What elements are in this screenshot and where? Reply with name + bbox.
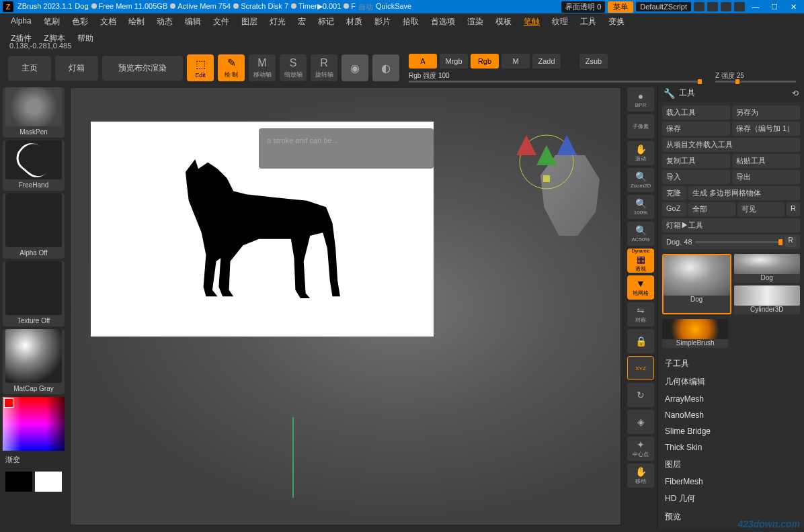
move-cam-button[interactable]: ✋移动 (627, 463, 654, 488)
section-geometry[interactable]: 几何体编辑 (658, 373, 804, 391)
rotate-cam-button[interactable]: ↻ (627, 383, 654, 407)
perspective-button[interactable]: Dynamic▦透视 (627, 249, 654, 273)
tool-thumb-dog-2[interactable]: Dog (734, 254, 801, 283)
section-hdgeo[interactable]: HD 几何 (658, 490, 804, 508)
layout-icon-3[interactable] (721, 2, 731, 11)
menu-stroke[interactable]: 笔触 (522, 15, 541, 29)
menu-macro[interactable]: 宏 (296, 15, 307, 29)
section-preview[interactable]: 预览 (658, 508, 804, 526)
section-thickskin[interactable]: Thick Skin (658, 439, 804, 455)
goz-button[interactable]: GoZ (662, 202, 686, 216)
minimize-button[interactable]: — (748, 3, 764, 11)
maximize-button[interactable]: ☐ (766, 3, 782, 11)
layout-icon-4[interactable] (734, 2, 745, 11)
menu-alpha[interactable]: Alpha (9, 15, 33, 29)
symmetry-button[interactable]: ⇋对称 (627, 302, 654, 326)
section-fibermesh[interactable]: FiberMesh (658, 474, 804, 490)
color-picker[interactable] (3, 397, 65, 451)
tool-r-button[interactable]: R (785, 236, 796, 247)
brush-thumb[interactable]: MaskPen (3, 87, 65, 138)
menu-transform[interactable]: 变换 (607, 15, 626, 29)
menu-dynamic[interactable]: 动态 (155, 15, 174, 29)
paste-tool-button[interactable]: 粘贴工具 (732, 154, 800, 168)
menu-color[interactable]: 色彩 (71, 15, 89, 29)
m-button[interactable]: M (501, 54, 530, 69)
menu-button[interactable]: 菜单 (608, 1, 633, 13)
zadd-button[interactable]: Zadd (532, 54, 561, 69)
lightbox-tools-button[interactable]: 灯箱▶工具 (662, 218, 800, 232)
rgb-button[interactable]: Rgb (471, 54, 499, 69)
preview-render-button[interactable]: 预览布尔渲染 (102, 56, 183, 81)
floor-button[interactable]: ▼地网格 (627, 275, 654, 300)
lock-button[interactable]: 🔒 (627, 329, 654, 353)
zoom2d-button[interactable]: 🔍Zoom2D (627, 168, 654, 192)
gradient-label[interactable]: 渐变 (3, 453, 65, 466)
bpr-button[interactable]: ●BPR (627, 87, 654, 112)
save-as-button[interactable]: 另存为 (732, 105, 800, 120)
mrgb-button[interactable]: Mrgb (440, 54, 468, 69)
menu-movie[interactable]: 影片 (373, 15, 392, 29)
goz-visible-button[interactable]: 可见 (737, 202, 785, 216)
menu-light[interactable]: 灯光 (268, 15, 287, 29)
menu-brush[interactable]: 笔刷 (42, 15, 61, 29)
section-slimebridge[interactable]: Slime Bridge (658, 423, 804, 439)
section-arraymesh[interactable]: ArrayMesh (658, 391, 804, 407)
viewport[interactable]: a stroke and can be... (70, 87, 621, 525)
navigation-gizmo[interactable] (513, 128, 580, 195)
tool-thumb-cylinder[interactable]: Cylinder3D (734, 285, 801, 314)
z-intensity-slider[interactable] (715, 81, 796, 83)
tool-thumb-simplebrush[interactable]: SimpleBrush (662, 319, 728, 348)
menu-file[interactable]: 文件 (212, 15, 231, 29)
swatch-white[interactable] (35, 472, 62, 492)
menu-marker[interactable]: 标记 (317, 15, 335, 29)
menu-document[interactable]: 文档 (99, 15, 118, 29)
menu-picker[interactable]: 拾取 (401, 15, 420, 29)
lightbox-button[interactable]: 灯箱 (55, 56, 98, 81)
menu-material[interactable]: 材质 (345, 15, 364, 29)
swatch-black[interactable] (5, 472, 32, 492)
copy-tool-button[interactable]: 复制工具 (662, 154, 730, 168)
tool-thumb-dog-active[interactable]: Dog (662, 254, 731, 314)
section-nanomesh[interactable]: NanoMesh (658, 407, 804, 423)
load-from-project-button[interactable]: 从项目文件载入工具 (662, 138, 800, 152)
menu-edit[interactable]: 编辑 (184, 15, 202, 29)
rgb-intensity-slider[interactable] (409, 81, 702, 83)
scroll-button[interactable]: ✋滚动 (627, 141, 654, 165)
section-subtool[interactable]: 子工具 (658, 355, 804, 373)
actual-button[interactable]: 🔍100% (627, 195, 654, 219)
layout-icon-1[interactable] (694, 2, 705, 11)
default-zscript[interactable]: DefaultZScript (636, 2, 691, 11)
menu-help[interactable]: 帮助 (76, 32, 95, 46)
aahalf-button[interactable]: 🔍AC50% (627, 222, 654, 246)
menu-draw[interactable]: 绘制 (127, 15, 146, 29)
rotate-button[interactable]: R旋转轴 (311, 54, 337, 81)
layout-icon-2[interactable] (707, 2, 718, 11)
tool-slider[interactable] (695, 241, 782, 243)
edit-mode-button[interactable]: ⬚Edit (187, 54, 214, 81)
clone-button[interactable]: 克隆 (662, 186, 686, 200)
texture-thumb[interactable]: Texture Off (3, 261, 65, 326)
draw-mode-button[interactable]: ✎绘 制 (218, 54, 245, 81)
xyz-button[interactable]: XYZ (627, 356, 654, 380)
menu-tool[interactable]: 工具 (579, 15, 598, 29)
goz-all-button[interactable]: 全部 (688, 202, 735, 216)
home-button[interactable]: 主页 (8, 56, 51, 81)
menu-layer[interactable]: 图层 (240, 15, 259, 29)
a-button[interactable]: A (409, 54, 437, 69)
center-button[interactable]: ✦中心点 (627, 437, 654, 461)
menu-texture[interactable]: 纹理 (551, 15, 569, 29)
stroke-thumb[interactable]: FreeHand (3, 140, 65, 191)
refresh-icon[interactable]: ⟲ (792, 89, 799, 98)
quicksave[interactable]: QuickSave (376, 2, 411, 12)
subpixel-button[interactable]: 子像素 (627, 114, 654, 138)
load-tool-button[interactable]: 载入工具 (662, 105, 730, 120)
make-polymesh-button[interactable]: 生成 多边形网格物体 (688, 186, 800, 200)
move-button[interactable]: M移动轴 (249, 54, 276, 81)
section-layers[interactable]: 图层 (658, 455, 804, 474)
export-button[interactable]: 导出 (732, 170, 800, 184)
menu-render[interactable]: 渲染 (466, 15, 485, 29)
alpha-thumb[interactable]: Alpha Off (3, 193, 65, 259)
scale-button[interactable]: S缩放轴 (280, 54, 307, 81)
ui-opacity[interactable]: 界面透明 0 (561, 1, 605, 13)
zsub-button[interactable]: Zsub (579, 54, 608, 69)
